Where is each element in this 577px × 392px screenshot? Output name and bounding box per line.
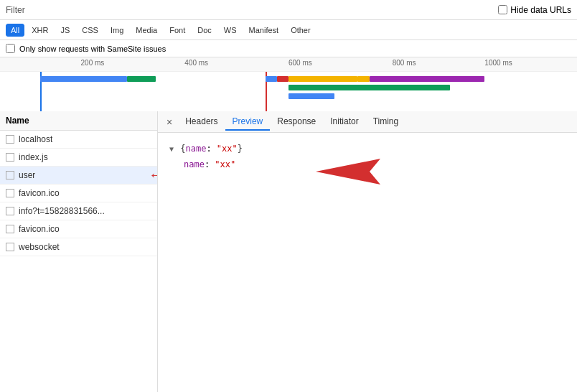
json-root-brace-close: } [238, 144, 243, 154]
detail-panel: × Headers Preview Response Initiator Tim… [158, 111, 577, 392]
bar-favicon1 [288, 76, 357, 82]
bar-user-blue [266, 76, 277, 82]
hide-data-urls-label: Hide data URLs [510, 5, 571, 15]
filter-label: Filter [6, 5, 25, 15]
ruler-800ms: 800 ms [393, 59, 416, 67]
tab-preview[interactable]: Preview [225, 113, 271, 131]
request-name-user: user [19, 170, 35, 180]
tab-initiator[interactable]: Initiator [323, 113, 365, 131]
samesite-label: Only show requests with SameSite issues [19, 45, 166, 53]
toolbar: Filter Hide data URLs [0, 0, 577, 20]
request-item-favicon1[interactable]: favicon.ico [0, 185, 157, 202]
filter-btn-xhr[interactable]: XHR [27, 24, 53, 37]
json-child-value: "xx" [215, 159, 235, 169]
bar-indexjs [127, 76, 156, 82]
request-item-localhost[interactable]: localhost [0, 131, 157, 149]
bar-localhost [40, 76, 127, 82]
filter-btn-img[interactable]: Img [105, 24, 128, 37]
request-checkbox-favicon2 [6, 225, 14, 233]
filter-btn-js[interactable]: JS [55, 24, 75, 37]
timeline-bars [0, 72, 577, 111]
requests-panel: Name localhost index.js user ← favicon.i… [0, 111, 158, 392]
bar-favicon2 [357, 76, 369, 82]
filter-btn-ws[interactable]: WS [219, 24, 242, 37]
request-checkbox-info [6, 207, 14, 215]
json-expand-arrow[interactable]: ▼ [169, 145, 174, 153]
tab-response[interactable]: Response [270, 113, 323, 131]
ruler-400ms: 400 ms [184, 59, 208, 67]
request-name-localhost: localhost [19, 134, 52, 144]
request-name-info: info?t=15828831566... [19, 206, 105, 216]
request-name-indexjs: index.js [19, 152, 48, 162]
filter-btn-font[interactable]: Font [164, 24, 190, 37]
timeline-ruler: 200 ms 400 ms 600 ms 800 ms 1000 ms [0, 57, 577, 72]
request-checkbox-localhost [6, 135, 14, 144]
detail-tabs: × Headers Preview Response Initiator Tim… [158, 111, 577, 133]
request-checkbox-indexjs [6, 153, 14, 162]
filter-btn-doc[interactable]: Doc [192, 24, 217, 37]
request-item-favicon2[interactable]: favicon.ico [0, 220, 157, 238]
request-checkbox-user [6, 171, 14, 179]
requests-header: Name [0, 111, 157, 131]
request-name-favicon2: favicon.ico [19, 224, 60, 234]
request-item-user[interactable]: user ← [0, 167, 157, 185]
ruler-1000ms: 1000 ms [484, 59, 512, 67]
json-root-brace: { [180, 144, 185, 154]
request-name-favicon1: favicon.ico [19, 188, 60, 198]
ruler-200ms: 200 ms [81, 59, 105, 67]
timeline: 200 ms 400 ms 600 ms 800 ms 1000 ms [0, 57, 577, 111]
preview-content: ▼ {name: "xx"} name: "xx" [158, 133, 577, 392]
request-checkbox-favicon1 [6, 189, 14, 197]
samesite-row: Only show requests with SameSite issues [0, 40, 577, 57]
tab-headers[interactable]: Headers [178, 113, 225, 131]
request-name-websocket: websocket [19, 242, 60, 252]
arrow-to-user: ← [149, 166, 158, 185]
hide-data-urls-container: Hide data URLs [498, 5, 571, 15]
json-child-key: name [184, 159, 205, 169]
filter-btn-other[interactable]: Other [286, 24, 316, 37]
request-item-info[interactable]: info?t=15828831566... [0, 202, 157, 220]
bar-extra [288, 93, 334, 99]
bar-info [288, 85, 450, 90]
request-checkbox-websocket [6, 243, 14, 251]
json-root-value: "xx" [217, 144, 238, 154]
request-item-indexjs[interactable]: index.js [0, 149, 157, 167]
bar-websocket [370, 76, 485, 82]
json-root-colon: : [206, 144, 216, 154]
hide-data-urls-checkbox[interactable] [498, 5, 507, 14]
json-root-key: name [186, 144, 207, 154]
ruler-600ms: 600 ms [288, 59, 312, 67]
filter-btn-all[interactable]: All [6, 24, 24, 37]
filter-btn-css[interactable]: CSS [77, 24, 103, 37]
filter-btn-manifest[interactable]: Manifest [244, 24, 284, 37]
filter-btn-media[interactable]: Media [131, 24, 162, 37]
bar-user-red [277, 76, 288, 82]
request-item-websocket[interactable]: websocket [0, 238, 157, 256]
detail-close-button[interactable]: × [161, 115, 178, 129]
filter-bar: All XHR JS CSS Img Media Font Doc WS Man… [0, 20, 577, 40]
samesite-checkbox[interactable] [6, 44, 15, 53]
red-arrow-preview [316, 157, 402, 186]
svg-marker-1 [316, 159, 380, 185]
main-area: Name localhost index.js user ← favicon.i… [0, 111, 577, 392]
json-root-line: ▼ {name: "xx"} [169, 141, 566, 157]
json-child-colon: : [205, 159, 215, 169]
tab-timing[interactable]: Timing [366, 113, 406, 131]
